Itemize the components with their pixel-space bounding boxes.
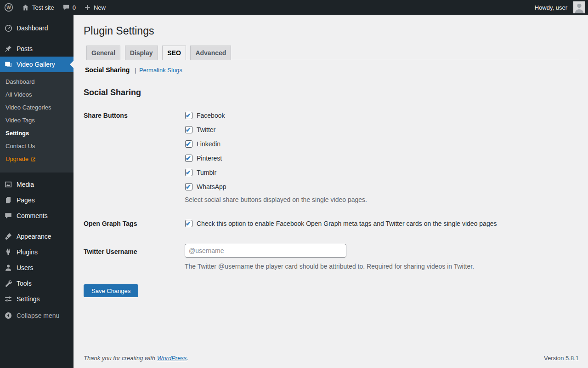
sidebar-item-comments[interactable]: Comments (0, 208, 74, 224)
twitter-username-field: The Twitter @username the player card sh… (185, 244, 579, 270)
share-option-tumblr[interactable]: Tumblr (185, 167, 579, 178)
submenu-item-label: Settings (6, 130, 29, 137)
subnav-separator: | (135, 67, 136, 74)
comment-bubble-icon (62, 4, 70, 11)
sidebar-item-pages[interactable]: Pages (0, 192, 74, 208)
comments-bubble-button[interactable]: 0 (58, 0, 80, 15)
open-graph-option[interactable]: Check this option to enable Facebook Ope… (185, 218, 579, 229)
submenu-item-video-tags[interactable]: Video Tags (0, 114, 74, 127)
media-icon (4, 180, 13, 189)
dashboard-icon (4, 23, 13, 33)
comments-icon (4, 211, 13, 220)
plus-icon (84, 4, 91, 11)
tumblr-checkbox[interactable] (185, 169, 192, 176)
submenu-item-label: Dashboard (6, 78, 35, 86)
twitter-username-label: Twitter Username (84, 244, 185, 257)
submenu-item-label: All Videos (6, 91, 32, 98)
share-buttons-row: Share Buttons Facebook Twitter Linked (84, 110, 579, 203)
avatar (573, 1, 585, 13)
sidebar-item-label: Pages (17, 196, 35, 205)
submenu-item-video-categories[interactable]: Video Categories (0, 101, 74, 114)
wordpress-link[interactable]: WordPress (157, 355, 187, 362)
plugin-settings-page: Plugin Settings General Display SEO Adva… (74, 15, 588, 350)
submenu-item-upgrade[interactable]: Upgrade (0, 153, 74, 166)
submenu-item-contact-us[interactable]: Contact Us (0, 140, 74, 153)
sidebar-item-plugins[interactable]: Plugins (0, 244, 74, 260)
tab-advanced[interactable]: Advanced (190, 46, 231, 60)
comment-count: 0 (73, 4, 76, 11)
twitter-username-input[interactable] (185, 244, 346, 258)
share-option-label: Twitter (197, 125, 215, 135)
site-name-link[interactable]: Test site (17, 0, 58, 15)
sidebar-item-settings[interactable]: Settings (0, 291, 74, 307)
open-graph-row: Open Graph Tags Check this option to ena… (84, 218, 579, 229)
share-option-pinterest[interactable]: Pinterest (185, 153, 579, 163)
subnav-link-permalink-slugs[interactable]: Permalink Slugs (139, 67, 182, 74)
share-option-label: Facebook (197, 110, 225, 121)
tab-general[interactable]: General (86, 46, 120, 60)
site-name-label: Test site (32, 4, 54, 11)
submenu-item-dashboard[interactable]: Dashboard (0, 75, 74, 88)
tab-seo[interactable]: SEO (162, 46, 186, 60)
footer-thanks: Thank you for creating withWordPress. (84, 355, 188, 362)
sidebar-item-label: Dashboard (17, 23, 48, 33)
submenu-item-settings[interactable]: Settings (0, 127, 74, 140)
share-option-label: Pinterest (197, 153, 222, 163)
menu-separator (0, 36, 74, 41)
linkedin-checkbox[interactable] (185, 140, 192, 148)
sidebar-item-label: Posts (17, 44, 33, 53)
pinterest-checkbox[interactable] (185, 155, 192, 162)
sidebar-item-video-gallery[interactable]: Video Gallery (0, 57, 74, 72)
page-wrapper: Dashboard Posts Video Gallery Dashboard … (0, 0, 588, 368)
share-buttons-description: Select social share buttons displayed on… (185, 196, 579, 203)
collapse-menu-button[interactable]: Collapse menu (0, 308, 74, 323)
sidebar-item-users[interactable]: Users (0, 260, 74, 276)
share-option-linkedin[interactable]: Linkedin (185, 139, 579, 149)
my-account-button[interactable]: Howdy, user (531, 0, 588, 15)
twitter-username-row: Twitter Username The Twitter @username t… (84, 244, 579, 270)
plugin-icon (4, 247, 13, 257)
share-option-label: WhatsApp (197, 182, 226, 192)
share-buttons-field: Facebook Twitter Linkedin Pinterest (185, 110, 579, 203)
collapse-menu-label: Collapse menu (17, 311, 59, 320)
share-option-label: Tumblr (197, 167, 216, 178)
facebook-checkbox[interactable] (185, 112, 192, 119)
pushpin-icon (4, 44, 13, 53)
wordpress-logo-icon: W (4, 3, 13, 12)
submenu-item-all-videos[interactable]: All Videos (0, 88, 74, 101)
admin-bar: W Test site 0 New Howdy, user (0, 0, 588, 15)
footer-version: Version 5.8.1 (544, 355, 579, 362)
submenu-item-label: Video Categories (6, 104, 51, 111)
subnav-current-social-sharing: Social Sharing (85, 66, 130, 74)
sidebar-item-media[interactable]: Media (0, 177, 74, 192)
admin-sidebar: Dashboard Posts Video Gallery Dashboard … (0, 15, 74, 368)
seo-subnav: Social Sharing | Permalink Slugs (85, 66, 579, 74)
share-option-whatsapp[interactable]: WhatsApp (185, 182, 579, 192)
sidebar-item-posts[interactable]: Posts (0, 41, 74, 57)
new-label: New (94, 4, 106, 11)
sidebar-item-dashboard[interactable]: Dashboard (0, 20, 74, 36)
submenu-item-label: Contact Us (6, 143, 35, 150)
new-content-button[interactable]: New (80, 0, 110, 15)
sidebar-item-tools[interactable]: Tools (0, 276, 74, 291)
share-option-twitter[interactable]: Twitter (185, 125, 579, 135)
sidebar-item-label: Comments (17, 211, 48, 220)
share-option-facebook[interactable]: Facebook (185, 110, 579, 121)
wordpress-logo-button[interactable]: W (0, 0, 17, 15)
submenu-item-label: Upgrade (6, 155, 28, 163)
open-graph-label: Open Graph Tags (84, 218, 185, 229)
page-title: Plugin Settings (84, 24, 579, 38)
tab-display[interactable]: Display (125, 46, 158, 60)
external-link-icon (31, 157, 36, 162)
twitter-checkbox[interactable] (185, 126, 192, 133)
collapse-icon (4, 311, 13, 320)
home-icon (22, 4, 29, 12)
save-changes-button[interactable]: Save Changes (84, 284, 138, 297)
share-buttons-label: Share Buttons (84, 110, 185, 121)
video-gallery-icon (4, 60, 13, 69)
open-graph-checkbox[interactable] (185, 220, 192, 227)
sidebar-item-label: Appearance (17, 232, 51, 241)
settings-tabs: General Display SEO Advanced (84, 46, 579, 60)
sidebar-item-appearance[interactable]: Appearance (0, 229, 74, 244)
whatsapp-checkbox[interactable] (185, 183, 192, 190)
